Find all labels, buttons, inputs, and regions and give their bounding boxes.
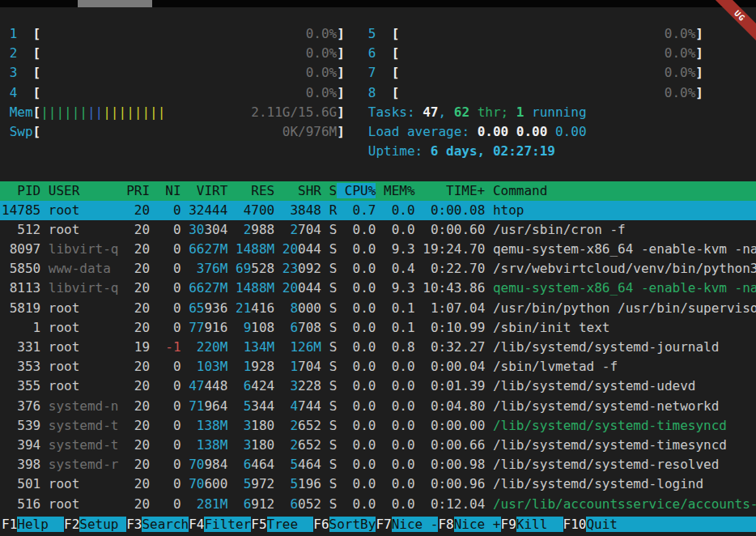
cell-command: /sbin/init text xyxy=(493,320,610,335)
fkey-sortby-key[interactable]: F6 xyxy=(313,517,329,532)
mem-value-suffix: 708 xyxy=(298,320,321,335)
cell-cpu-percent: 0.0 xyxy=(345,280,384,296)
fkey-help-key[interactable]: F1 xyxy=(2,517,17,532)
cell-state: S xyxy=(329,280,345,296)
cell-user: systemd-n xyxy=(49,398,126,414)
mem-value-suffix: 444 xyxy=(204,202,227,218)
process-row[interactable]: 376 systemd-n 20 0 71964 5344 4744 S 0.0… xyxy=(0,397,756,416)
cell-pid: 5850 xyxy=(2,261,49,276)
gap xyxy=(321,359,329,374)
cell-command: /lib/systemd/systemd-udevd xyxy=(493,378,695,393)
mem-value-prefix: 6 xyxy=(282,496,298,512)
fkey-nice-key[interactable]: F8 xyxy=(438,517,453,532)
cell-state: S xyxy=(329,437,345,453)
fkey-kill-key[interactable]: F9 xyxy=(501,517,516,532)
cell-time: 0:00.66 xyxy=(423,437,493,453)
process-row[interactable]: 331 root 19 -1 220M 134M 126M S 0.0 0.8 … xyxy=(0,338,756,357)
cell-time: 0:04.80 xyxy=(423,398,493,414)
fkey-search-key[interactable]: F3 xyxy=(126,517,142,532)
process-row[interactable]: 8097 libvirt-q 20 0 6627M 1488M 20044 S … xyxy=(0,240,756,259)
gap xyxy=(321,280,329,296)
cell-time: 0:01.39 xyxy=(423,378,493,393)
cell-cpu-percent: 0.0 xyxy=(345,261,384,276)
cell-pid: 331 xyxy=(2,339,49,355)
cell-state: S xyxy=(329,261,345,276)
process-row[interactable]: 1 root 20 0 77916 9108 6708 S 0.0 0.1 0:… xyxy=(0,318,756,338)
process-row[interactable]: 5819 root 20 0 65936 21416 8000 S 0.0 0.… xyxy=(0,299,756,318)
cell-mem-percent: 0.0 xyxy=(384,476,423,491)
mem-value-prefix: 1 xyxy=(236,359,251,374)
fkey-quit-button[interactable]: Quit xyxy=(586,517,756,532)
process-row[interactable]: 398 systemd-r 20 0 70984 6464 5464 S 0.0… xyxy=(0,455,756,474)
process-row-selected[interactable]: 14785 root 20 0 32444 4700 3848 R 0.7 0.… xyxy=(0,201,756,220)
fkey-tree-button[interactable]: Tree xyxy=(267,517,314,532)
mem-value-prefix: 6 xyxy=(282,320,298,335)
cell-cpu-percent: 0.0 xyxy=(345,300,384,316)
cell-time: 0:00.04 xyxy=(423,359,493,374)
process-row[interactable]: 539 systemd-t 20 0 138M 3180 2652 S 0.0 … xyxy=(0,416,756,436)
cell-time: 19:24.70 xyxy=(423,241,493,257)
gap xyxy=(181,359,189,374)
load-average-label: Load average: xyxy=(368,124,478,139)
gap xyxy=(227,418,236,433)
sort-column-header[interactable]: CPU% xyxy=(337,183,376,198)
cell-user: libvirt-q xyxy=(49,241,126,257)
gap xyxy=(181,378,189,393)
cell-user: systemd-t xyxy=(49,437,126,453)
process-row[interactable]: 8113 libvirt-q 20 0 6627M 1488M 20044 S … xyxy=(0,279,756,298)
fkey-nice-button[interactable]: Nice - xyxy=(392,517,439,532)
mem-value-suffix: 052 xyxy=(298,496,321,512)
mem-value: 138M xyxy=(189,418,227,433)
fkey-filter-key[interactable]: F4 xyxy=(189,517,204,532)
mem-value-suffix: 092 xyxy=(298,261,321,276)
fkey-kill-button[interactable]: Kill xyxy=(516,517,563,532)
mem-value-prefix: 3 xyxy=(282,202,298,218)
uptime-label: Uptime: xyxy=(368,143,431,159)
cell-state: S xyxy=(329,476,345,491)
cpu-meter-value: 0.0% xyxy=(306,45,338,61)
fkey-help-button[interactable]: Help xyxy=(17,517,64,532)
gap xyxy=(274,496,282,512)
cell-pid: 376 xyxy=(2,398,49,414)
process-row[interactable]: 501 root 20 0 70600 5972 5196 S 0.0 0.0 … xyxy=(0,474,756,494)
fkey-tree-key[interactable]: F5 xyxy=(251,517,266,532)
cell-command: qemu-system-x86_64 -enable-kvm -na xyxy=(493,280,756,296)
yellow-mem-pipes: |||||||| xyxy=(103,104,165,120)
cell-nice: 0 xyxy=(158,261,181,276)
process-row[interactable]: 353 root 20 0 103M 1928 1704 S 0.0 0.0 0… xyxy=(0,357,756,376)
gap xyxy=(227,437,236,453)
process-row[interactable]: 512 root 20 0 30304 2988 2704 S 0.0 0.0 … xyxy=(0,220,756,240)
meter-open-bracket: [ xyxy=(33,104,41,120)
process-row[interactable]: 5850 www-data 20 0 376M 69528 23092 S 0.… xyxy=(0,259,756,279)
cell-priority: 20 xyxy=(126,320,158,335)
table-header: PID USER PRI NI VIRT RES SHR S CPU% MEM%… xyxy=(0,181,756,201)
scrollbar-thumb[interactable] xyxy=(78,0,152,7)
fkey-setup-key[interactable]: F2 xyxy=(64,517,79,532)
cell-time: 0:00.96 xyxy=(423,476,493,491)
mem-value: 6627M xyxy=(189,280,227,296)
mem-value-prefix: 21 xyxy=(236,300,251,316)
cell-mem-percent: 9.3 xyxy=(384,241,423,257)
swp-meter-value: 0K/976M xyxy=(282,124,337,139)
blank-row xyxy=(0,161,756,181)
mem-value-suffix: 704 xyxy=(298,222,321,237)
fkey-nice-key[interactable]: F7 xyxy=(376,517,391,532)
fkey-sortby-button[interactable]: SortBy xyxy=(329,517,376,532)
fkey-filter-button[interactable]: Filter xyxy=(204,517,251,532)
process-row[interactable]: 516 root 20 0 281M 6912 6052 S 0.0 0.0 0… xyxy=(0,495,756,514)
fkey-quit-key[interactable]: F10 xyxy=(563,517,587,532)
mem-value-prefix: 20 xyxy=(282,241,298,257)
running-count: 1 xyxy=(516,104,525,120)
cell-pid: 355 xyxy=(2,378,49,393)
process-row[interactable]: 355 root 20 0 47448 6424 3228 S 0.0 0.0 … xyxy=(0,376,756,396)
mem-value-prefix: 9 xyxy=(236,320,251,335)
top-scrollbar-track[interactable] xyxy=(0,0,756,7)
cell-command: /srv/webvirtcloud/venv/bin/python3 xyxy=(493,261,756,276)
fkey-setup-button[interactable]: Setup xyxy=(79,517,126,532)
mem-value-suffix: 528 xyxy=(251,261,274,276)
process-row[interactable]: 394 systemd-t 20 0 138M 3180 2652 S 0.0 … xyxy=(0,436,756,455)
cell-priority: 20 xyxy=(126,437,158,453)
fkey-nice-button[interactable]: Nice + xyxy=(454,517,501,532)
fkey-search-button[interactable]: Search xyxy=(142,517,189,532)
gap xyxy=(274,378,282,393)
